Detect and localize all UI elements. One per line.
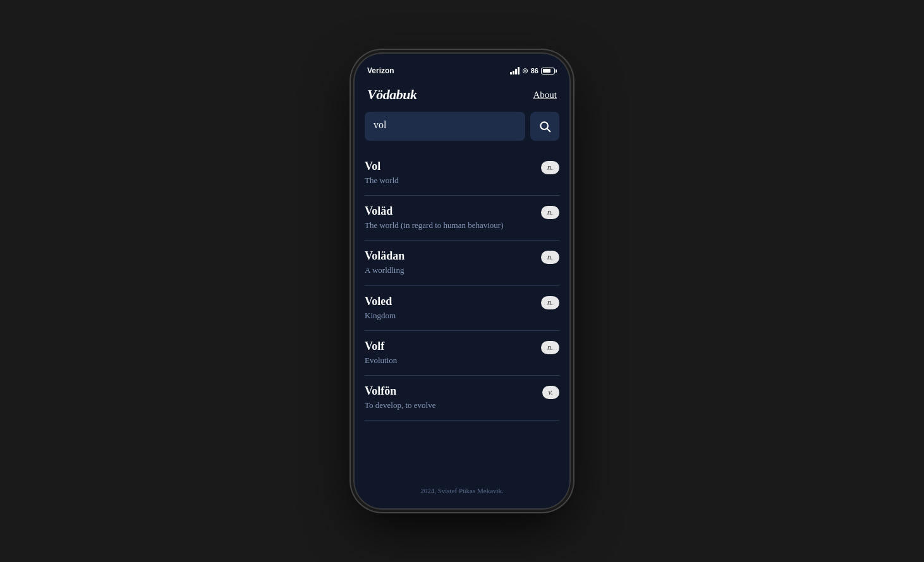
word-name: Volädan bbox=[365, 249, 535, 263]
list-item[interactable]: Vol The world n. bbox=[365, 151, 559, 196]
word-content: Voled Kingdom bbox=[365, 295, 535, 321]
phone-shell: Verizon ⊜ 86 Vödabuk About bbox=[355, 54, 569, 508]
word-content: Volädan A worldling bbox=[365, 249, 535, 276]
word-definition: A worldling bbox=[365, 265, 535, 276]
search-icon bbox=[538, 120, 551, 133]
search-input[interactable] bbox=[365, 112, 525, 138]
wifi-icon: ⊜ bbox=[522, 66, 528, 76]
app-header: Vödabuk About bbox=[355, 81, 569, 112]
word-definition: Kingdom bbox=[365, 310, 535, 321]
list-item[interactable]: Volfön To develop, to evolve v. bbox=[365, 376, 559, 421]
word-type-badge: n. bbox=[541, 341, 559, 354]
app-screen: Vödabuk About Vol The world n. bbox=[355, 81, 569, 508]
word-type-badge: n. bbox=[541, 251, 559, 264]
word-type-badge: v. bbox=[542, 386, 559, 399]
word-type-badge: n. bbox=[541, 161, 559, 174]
word-content: Voläd The world (in regard to human beha… bbox=[365, 205, 535, 231]
word-name: Voled bbox=[365, 295, 535, 308]
battery-icon bbox=[541, 68, 557, 75]
search-area bbox=[355, 112, 569, 151]
word-definition: The world (in regard to human behaviour) bbox=[365, 220, 535, 231]
battery-percent: 86 bbox=[531, 67, 538, 75]
word-content: Volfön To develop, to evolve bbox=[365, 385, 536, 411]
results-list: Vol The world n. Voläd The world (in reg… bbox=[355, 151, 569, 477]
list-item[interactable]: Volf Evolution n. bbox=[365, 331, 559, 376]
word-name: Vol bbox=[365, 160, 535, 173]
svg-line-1 bbox=[547, 129, 550, 132]
signal-icon bbox=[510, 67, 520, 75]
about-link[interactable]: About bbox=[533, 90, 557, 100]
search-input-wrap bbox=[365, 112, 525, 141]
word-name: Voläd bbox=[365, 205, 535, 218]
word-definition: To develop, to evolve bbox=[365, 400, 536, 411]
word-type-badge: n. bbox=[541, 296, 559, 309]
search-button[interactable] bbox=[530, 112, 559, 141]
word-content: Volf Evolution bbox=[365, 340, 535, 366]
word-definition: Evolution bbox=[365, 355, 535, 366]
list-item[interactable]: Voled Kingdom n. bbox=[365, 286, 559, 331]
status-icons: ⊜ 86 bbox=[510, 66, 557, 76]
word-content: Vol The world bbox=[365, 160, 535, 186]
carrier-label: Verizon bbox=[367, 66, 394, 75]
word-name: Volf bbox=[365, 340, 535, 353]
word-type-badge: n. bbox=[541, 206, 559, 219]
list-item[interactable]: Volädan A worldling n. bbox=[365, 241, 559, 285]
word-name: Volfön bbox=[365, 385, 536, 398]
app-title: Vödabuk bbox=[367, 87, 416, 103]
app-footer: 2024, Svistef Pūkas Mekavik. bbox=[355, 477, 569, 508]
phone-notch bbox=[424, 54, 500, 70]
footer-text: 2024, Svistef Pūkas Mekavik. bbox=[420, 487, 504, 494]
list-item[interactable]: Voläd The world (in regard to human beha… bbox=[365, 196, 559, 241]
word-definition: The world bbox=[365, 175, 535, 186]
